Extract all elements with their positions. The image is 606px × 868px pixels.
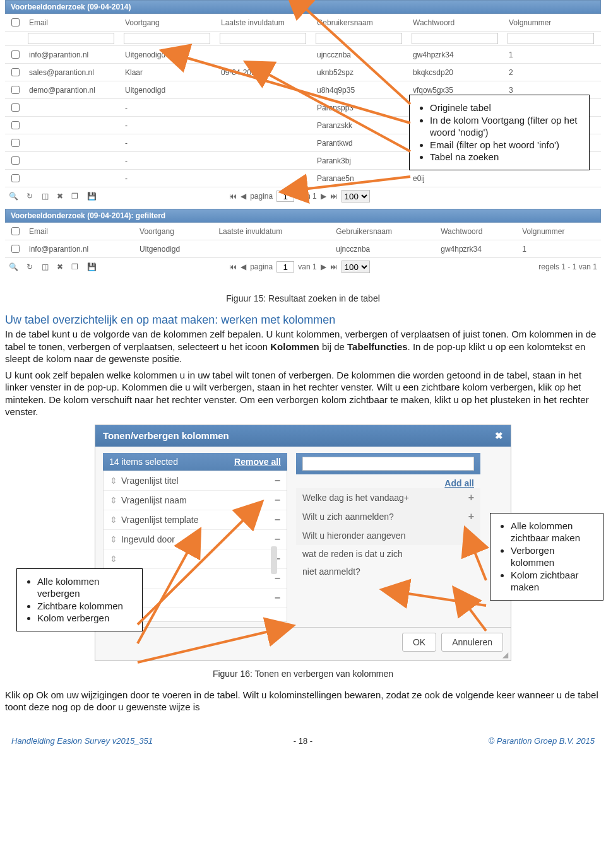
first-page-icon[interactable]: ⏮ xyxy=(229,192,237,201)
list-item[interactable]: niet aanmeldt? xyxy=(296,563,480,580)
list-item[interactable]: ⇕Vragenlijst naam − xyxy=(104,491,287,510)
filter-pass[interactable] xyxy=(412,33,498,44)
table-row[interactable]: info@parantion.nlUitgenodigd ujncczn­bag… xyxy=(5,46,601,64)
select-all-2[interactable] xyxy=(11,227,20,235)
col-voortgang-2[interactable]: Voortgang xyxy=(136,223,215,240)
remove-column-icon[interactable]: − xyxy=(275,592,280,604)
last-page-icon[interactable]: ⏭ xyxy=(330,192,338,201)
col-volgnummer-2[interactable]: Volgnummer xyxy=(518,223,601,240)
first-page-icon[interactable]: ⏮ xyxy=(229,262,237,271)
columns-modal: Tonen/verbergen kolommen ✖ 14 items sele… xyxy=(95,425,511,661)
col-gebruiker[interactable]: Gebruikersnaam xyxy=(313,14,409,32)
save-icon[interactable]: 💾 xyxy=(87,192,97,201)
list-item[interactable]: Welke dag is het vandaag+ + xyxy=(296,488,480,507)
row-checkbox[interactable] xyxy=(11,50,20,59)
remove-all-link[interactable]: Remove all xyxy=(234,457,281,467)
page-size-select-1[interactable]: 100 xyxy=(342,190,370,202)
row-checkbox[interactable] xyxy=(11,174,20,182)
prev-page-icon[interactable]: ◀ xyxy=(241,192,246,201)
page-input-1[interactable] xyxy=(276,191,294,202)
add-column-icon[interactable]: + xyxy=(468,530,474,541)
list-item[interactable]: Wilt u hieronder aangeven + xyxy=(296,526,480,545)
col-invuldatum-2[interactable]: Laatste invuldatum xyxy=(215,223,332,240)
table-row[interactable]: - Paranae5ne0ij xyxy=(5,170,601,187)
table-row[interactable]: sales@parantion.nlKlaar09-04-2014 uknb52… xyxy=(5,64,601,81)
scrollbar[interactable] xyxy=(271,546,277,574)
col-wachtwoord-2[interactable]: Wachtwoord xyxy=(437,223,518,240)
drag-icon[interactable]: ⇕ xyxy=(110,534,117,544)
col-voortgang[interactable]: Voortgang xyxy=(121,14,217,32)
callout-left: Alle kolommen verbergen Zichtbare kolomm… xyxy=(16,568,143,631)
col-gebruiker-2[interactable]: Gebruikersnaam xyxy=(332,223,437,240)
row-checkbox[interactable] xyxy=(11,156,20,165)
next-page-icon[interactable]: ▶ xyxy=(321,192,326,201)
row-checkbox[interactable] xyxy=(11,68,20,76)
row-checkbox[interactable] xyxy=(11,139,20,147)
remove-column-icon[interactable]: − xyxy=(275,514,280,525)
close-icon[interactable]: ✖ xyxy=(57,192,63,201)
list-item[interactable]: ⇕Vragenlijst titel − xyxy=(104,471,287,491)
columns-icon[interactable]: ◫ xyxy=(42,262,49,271)
col-wachtwoord[interactable]: Wachtwoord xyxy=(409,14,505,32)
save-icon[interactable]: 💾 xyxy=(87,262,97,271)
callout-item: Alle kolommen zichtbaar maken xyxy=(511,520,594,544)
add-all-link[interactable]: Add all xyxy=(444,478,474,488)
copy-icon[interactable]: ❐ xyxy=(71,192,78,201)
column-search-input[interactable] xyxy=(302,457,474,471)
next-page-icon[interactable]: ▶ xyxy=(321,262,326,271)
filter-user[interactable] xyxy=(316,33,402,44)
remove-column-icon[interactable]: − xyxy=(275,534,280,545)
col-email[interactable]: Email xyxy=(25,14,121,32)
page-size-select-2[interactable]: 100 xyxy=(342,261,370,273)
drag-icon[interactable]: ⇕ xyxy=(110,554,117,564)
search-icon[interactable]: 🔍 xyxy=(9,262,18,271)
drag-icon[interactable]: ⇕ xyxy=(110,495,117,505)
table-row[interactable]: info@parantion.nlUitgenodigd ujncczn­bag… xyxy=(5,240,601,258)
list-item[interactable]: ⇕Ingevuld door − xyxy=(104,530,287,549)
callout-item: Zichtbare kolommen xyxy=(37,600,133,613)
filter-datum[interactable] xyxy=(220,33,306,44)
add-column-icon[interactable]: + xyxy=(468,492,474,503)
add-column-icon[interactable]: + xyxy=(468,511,474,522)
prev-page-icon[interactable]: ◀ xyxy=(241,262,246,271)
filter-num[interactable] xyxy=(508,33,594,44)
list-item[interactable]: wat de reden is dat u zich xyxy=(296,545,480,563)
cancel-button[interactable]: Annuleren xyxy=(441,633,503,652)
close-icon[interactable]: ✖ xyxy=(57,262,63,271)
row-checkbox[interactable] xyxy=(11,245,20,253)
regels-label: regels 1 - 1 van 1 xyxy=(496,262,597,271)
list-item[interactable]: ⇕ − xyxy=(104,549,287,569)
paragraph-3: Klik op Ok om uw wijzigingen door te voe… xyxy=(5,689,601,713)
select-all-1[interactable] xyxy=(11,18,20,26)
refresh-icon[interactable]: ↻ xyxy=(27,192,33,201)
copy-icon[interactable]: ❐ xyxy=(71,262,78,271)
drag-icon[interactable]: ⇕ xyxy=(110,476,117,486)
toolbar-1: 🔍 ↻ ◫ ✖ ❐ 💾 ⏮ ◀ pagina van 1 ▶ ⏭ 100 xyxy=(5,187,601,205)
callout-item: Kolom zichtbaar maken xyxy=(511,569,594,594)
ok-button[interactable]: OK xyxy=(402,633,436,652)
col-invuldatum[interactable]: Laatste invuldatum xyxy=(217,14,313,32)
col-volgnummer[interactable]: Volgnummer xyxy=(505,14,601,32)
remove-column-icon[interactable]: − xyxy=(275,475,280,486)
list-item[interactable]: Wilt u zich aanmelden? + xyxy=(296,507,480,526)
refresh-icon[interactable]: ↻ xyxy=(27,262,33,271)
page-input-2[interactable] xyxy=(276,261,294,273)
columns-icon[interactable]: ◫ xyxy=(42,192,49,201)
remove-column-icon[interactable]: − xyxy=(275,495,280,506)
row-checkbox[interactable] xyxy=(11,121,20,129)
hidden-columns-list: Welke dag is het vandaag+ + Wilt u zich … xyxy=(296,488,480,618)
col-email-2[interactable]: Email xyxy=(25,223,136,240)
close-icon[interactable]: ✖ xyxy=(495,430,503,442)
filter-voortgang[interactable] xyxy=(124,33,210,44)
callout-item: Verborgen kolommen xyxy=(511,544,594,569)
filter-email[interactable] xyxy=(28,33,114,44)
search-icon[interactable]: 🔍 xyxy=(9,192,18,201)
row-checkbox[interactable] xyxy=(11,103,20,112)
drag-icon[interactable]: ⇕ xyxy=(110,515,117,525)
resize-grip-icon[interactable]: ◢ xyxy=(502,650,508,659)
callout-item: In de kolom Voortgang (filter op het woo… xyxy=(430,114,580,139)
last-page-icon[interactable]: ⏭ xyxy=(330,262,338,271)
row-checkbox[interactable] xyxy=(11,86,20,94)
remove-column-icon[interactable]: − xyxy=(275,573,280,584)
list-item[interactable]: ⇕Vragenlijst template − xyxy=(104,510,287,530)
